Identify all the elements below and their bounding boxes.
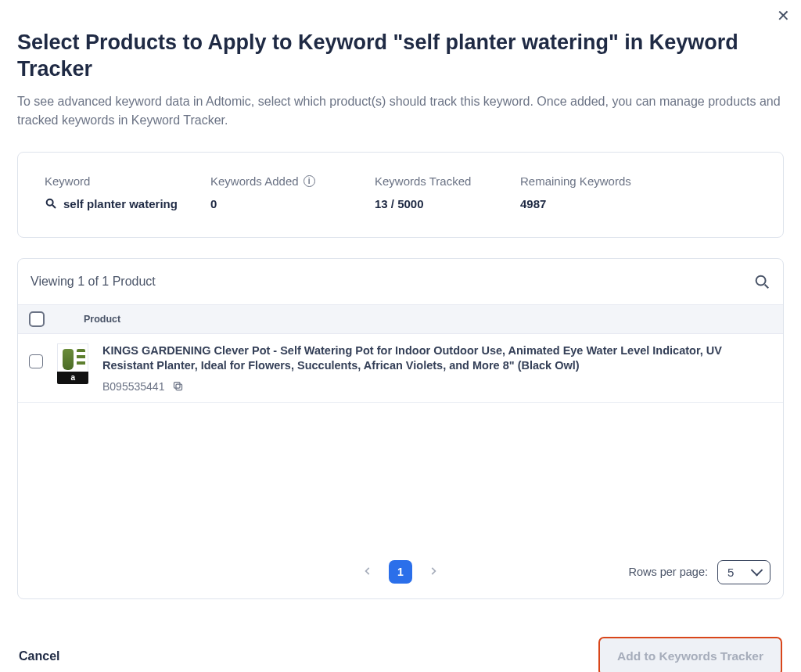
svg-point-2 [756, 275, 766, 285]
stat-keyword-value: self planter watering [63, 197, 178, 210]
info-icon[interactable]: i [304, 175, 315, 187]
modal-subtitle: To see advanced keyword data in Adtomic,… [17, 92, 784, 130]
stat-tracked-label: Keywords Tracked [375, 174, 520, 188]
prev-page-icon[interactable] [361, 562, 375, 582]
svg-rect-5 [174, 383, 181, 389]
copy-icon[interactable] [172, 380, 184, 392]
marketplace-badge: a [57, 372, 88, 384]
search-icon [45, 197, 57, 210]
page-current[interactable]: 1 [389, 560, 412, 584]
pagination: 1 [361, 560, 440, 584]
modal-title: Select Products to Apply to Keyword "sel… [17, 30, 784, 83]
search-icon[interactable] [753, 273, 770, 290]
rows-per-page-label: Rows per page: [628, 566, 708, 578]
stat-remaining-value: 4987 [520, 197, 756, 210]
product-title: KINGS GARDENING Clever Pot - Self Wateri… [102, 343, 772, 374]
product-asin: B095535441 [102, 380, 164, 393]
next-page-icon[interactable] [426, 562, 440, 582]
select-all-checkbox[interactable] [29, 311, 45, 327]
cancel-button[interactable]: Cancel [19, 649, 59, 663]
stat-added-value: 0 [210, 197, 375, 210]
product-table: Viewing 1 of 1 Product Product a KINGS G… [17, 258, 784, 599]
close-icon[interactable]: ✕ [777, 6, 790, 25]
rows-per-page-select[interactable]: 5 [717, 560, 770, 584]
svg-rect-4 [176, 384, 182, 390]
stat-remaining-label: Remaining Keywords [520, 174, 756, 188]
svg-line-3 [765, 284, 769, 288]
stat-added-label: Keywords Added [210, 174, 299, 188]
add-to-tracker-button[interactable]: Add to Keywords Tracker [598, 637, 782, 673]
table-row: a KINGS GARDENING Clever Pot - Self Wate… [18, 334, 783, 403]
row-checkbox[interactable] [29, 354, 43, 368]
column-product: Product [84, 314, 120, 325]
table-header-row: Product [18, 304, 783, 334]
svg-point-0 [47, 199, 53, 206]
product-thumbnail: a [57, 343, 88, 384]
stat-keyword-label: Keyword [45, 174, 210, 188]
stat-tracked-value: 13 / 5000 [375, 197, 520, 210]
viewing-count: Viewing 1 of 1 Product [31, 275, 156, 289]
stats-card: Keyword self planter watering Keywords A… [17, 152, 784, 238]
svg-line-1 [52, 205, 56, 208]
